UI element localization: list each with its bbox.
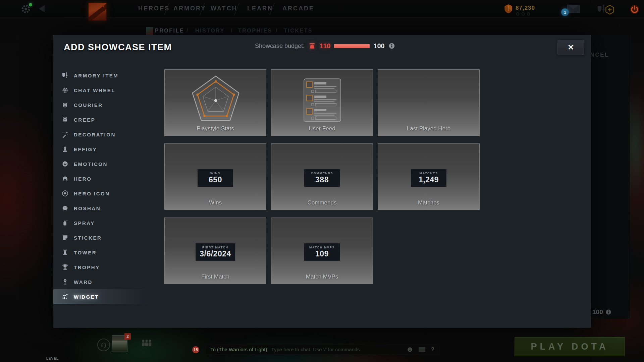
nav-arcade[interactable]: ARCADE bbox=[282, 5, 314, 12]
add-showcase-item-dialog: ADD SHOWCASE ITEM Showcase budget: 110 1… bbox=[53, 35, 591, 328]
stat-box: MATCHES 1,249 bbox=[411, 169, 446, 187]
sidebar-label: STICKER bbox=[74, 235, 102, 241]
sidebar-item-spray[interactable]: SPRAY bbox=[53, 216, 148, 230]
chat-help-icon[interactable]: ? bbox=[431, 347, 434, 353]
tab-trophies[interactable]: TROPHIES bbox=[238, 28, 272, 34]
profile-hero-avatar bbox=[146, 27, 153, 35]
card-match-mvps[interactable]: MATCH MVPS 109 Match MVPs bbox=[271, 218, 373, 284]
card-last-played-hero[interactable]: Last Played Hero bbox=[378, 69, 480, 136]
sidebar-item-trophy[interactable]: TROPHY bbox=[53, 260, 148, 275]
sidebar-item-widget[interactable]: WIDGET bbox=[53, 289, 148, 304]
nav-watch[interactable]: WATCH bbox=[211, 5, 237, 12]
back-arrow-icon[interactable] bbox=[39, 5, 45, 12]
card-matches[interactable]: MATCHES 1,249 Matches bbox=[378, 143, 480, 210]
close-icon: ✕ bbox=[568, 43, 574, 52]
chat-recipient: To (The Warriors of Light): bbox=[210, 347, 269, 352]
roshan-icon bbox=[61, 204, 69, 212]
stat-box: MATCH MVPS 109 bbox=[304, 243, 340, 261]
hero-helmet-icon bbox=[61, 175, 69, 182]
dialog-title: ADD SHOWCASE ITEM bbox=[64, 42, 172, 53]
card-commends[interactable]: COMMENDS 388 Commends bbox=[271, 143, 373, 210]
level-label: LEVEL bbox=[46, 357, 59, 360]
decoration-wand-icon bbox=[61, 131, 69, 138]
creep-icon bbox=[61, 116, 69, 123]
card-wins[interactable]: WINS 650 Wins bbox=[164, 143, 266, 210]
sidebar-label: ROSHAN bbox=[74, 205, 101, 211]
sidebar-item-roshan[interactable]: ROSHAN bbox=[53, 201, 148, 216]
stat-box: COMMENDS 388 bbox=[304, 169, 340, 187]
stat-label: COMMENDS bbox=[311, 172, 333, 175]
add-hexagon-icon[interactable] bbox=[604, 4, 615, 16]
power-icon bbox=[629, 4, 640, 15]
card-playstyle-stats[interactable]: Playstyle Stats bbox=[164, 69, 266, 136]
tab-tickets[interactable]: TICKETS bbox=[284, 28, 313, 34]
sidebar-label: HERO ICON bbox=[74, 191, 110, 196]
sidebar-item-tower[interactable]: TOWER bbox=[53, 245, 148, 260]
stat-value: 3/6/2024 bbox=[200, 249, 231, 258]
sidebar-label: SPRAY bbox=[74, 220, 95, 226]
image-attach-icon[interactable] bbox=[418, 347, 426, 352]
sidebar-label: EMOTICON bbox=[74, 161, 108, 167]
stat-label: MATCHES bbox=[419, 172, 438, 175]
stat-value: 1,249 bbox=[419, 175, 439, 184]
sidebar-item-courier[interactable]: COURIER bbox=[53, 98, 148, 112]
chat-wheel-icon bbox=[61, 86, 69, 94]
budget-label: Showcase budget: bbox=[255, 43, 305, 50]
tab-history[interactable]: HISTORY bbox=[195, 28, 225, 34]
settings-gear-icon[interactable] bbox=[20, 3, 32, 15]
tab-separator: / bbox=[186, 28, 188, 34]
budget-total-value: 100 bbox=[373, 42, 384, 50]
tab-profile[interactable]: PROFILE bbox=[155, 28, 184, 34]
sidebar-item-sticker[interactable]: STICKER bbox=[53, 230, 148, 245]
profile-tabs-row: PROFILE / HISTORY / TROPHIES / TICKETS bbox=[0, 26, 644, 36]
card-first-match[interactable]: FIRST MATCH 3/6/2024 First Match bbox=[164, 218, 266, 284]
spray-icon bbox=[61, 219, 69, 227]
card-label: Commends bbox=[271, 199, 373, 206]
sidebar-item-hero[interactable]: HERO bbox=[53, 171, 148, 186]
nav-heroes[interactable]: HEROES bbox=[138, 5, 170, 12]
play-dota-button[interactable]: PLAY DOTA bbox=[515, 337, 625, 356]
sidebar-item-armory-item[interactable]: ARMORY ITEM bbox=[53, 68, 148, 83]
close-button[interactable]: ✕ bbox=[557, 40, 584, 55]
stat-label: MATCH MVPS bbox=[309, 246, 335, 249]
voice-headset-icon[interactable] bbox=[97, 339, 110, 351]
emoticon-smiley-icon[interactable] bbox=[407, 347, 413, 353]
dota-logo[interactable] bbox=[88, 2, 107, 21]
card-label: Last Played Hero bbox=[378, 125, 479, 132]
stat-value: 388 bbox=[315, 175, 329, 184]
weight-scale-icon bbox=[308, 42, 316, 50]
sidebar-item-ward[interactable]: WARD bbox=[53, 275, 148, 289]
people-icon bbox=[141, 339, 152, 347]
radar-pentagon-chart bbox=[187, 74, 244, 127]
chat-input-bar[interactable]: 15 To (The Warriors of Light): Type here… bbox=[205, 344, 439, 355]
stat-box: WINS 650 bbox=[198, 169, 233, 187]
friends-list-icon[interactable] bbox=[141, 339, 152, 349]
card-label: Playstyle Stats bbox=[165, 125, 266, 132]
chat-unread-badge: 15 bbox=[192, 346, 199, 353]
sidebar-label: DECORATION bbox=[74, 132, 116, 137]
sidebar-item-hero-icon[interactable]: HERO ICON bbox=[53, 186, 148, 201]
budget-used-value: 110 bbox=[320, 42, 330, 50]
info-icon[interactable] bbox=[388, 43, 395, 49]
sidebar-item-decoration[interactable]: DECORATION bbox=[53, 127, 148, 142]
tab-separator: / bbox=[231, 28, 232, 34]
courier-icon bbox=[61, 101, 69, 109]
budget-progress-bar bbox=[334, 44, 370, 48]
sidebar-item-chat-wheel[interactable]: CHAT WHEEL bbox=[53, 83, 148, 98]
widget-cards-grid: Playstyle Stats bbox=[164, 69, 480, 284]
nav-learn[interactable]: LEARN bbox=[247, 5, 273, 12]
sidebar-item-emoticon[interactable]: EMOTICON bbox=[53, 157, 148, 171]
sidebar-label: TOWER bbox=[74, 250, 97, 255]
sidebar-label: CREEP bbox=[74, 117, 95, 123]
sticker-icon bbox=[61, 234, 69, 241]
online-status-dot bbox=[29, 3, 32, 6]
shard-currency-icon[interactable] bbox=[504, 4, 513, 15]
card-label: Matches bbox=[378, 199, 479, 206]
emoticon-icon bbox=[61, 160, 69, 168]
card-user-feed[interactable]: User Feed bbox=[271, 69, 373, 136]
sidebar-item-creep[interactable]: CREEP bbox=[53, 112, 148, 127]
sidebar-item-effigy[interactable]: EFFIGY bbox=[53, 142, 148, 157]
tower-icon bbox=[61, 249, 69, 256]
power-button-icon[interactable] bbox=[629, 4, 640, 16]
stat-box: FIRST MATCH 3/6/2024 bbox=[196, 243, 235, 261]
